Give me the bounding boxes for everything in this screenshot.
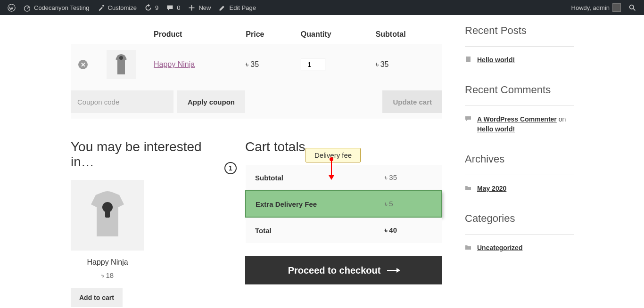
svg-rect-9: [466, 57, 471, 62]
document-icon: [465, 56, 471, 63]
svg-point-1: [25, 6, 30, 11]
archives-widget: Archives May 2020: [465, 153, 574, 194]
comments-link[interactable]: 0: [162, 0, 184, 15]
subtotal-value: ৳ 35: [375, 165, 442, 191]
customize-link[interactable]: Customize: [93, 0, 140, 15]
bottom-row: You may be interested in… Happy Ninja ৳ …: [71, 139, 442, 307]
list-item: Uncategorized: [465, 243, 574, 253]
quantity-input[interactable]: [301, 58, 325, 71]
new-link[interactable]: New: [184, 0, 215, 15]
update-icon: [144, 4, 152, 12]
edit-page-label: Edit Page: [229, 4, 256, 11]
cross-sells: You may be interested in… Happy Ninja ৳ …: [71, 139, 217, 307]
main-column: Product Price Quantity Subtotal ✕ Happy …: [71, 24, 442, 307]
my-account[interactable]: Howdy, admin: [568, 0, 625, 15]
categories-widget: Categories Uncategorized: [465, 212, 574, 253]
search-toggle[interactable]: [625, 0, 640, 15]
svg-rect-8: [105, 211, 110, 218]
svg-point-6: [119, 56, 123, 60]
cart-actions: Apply coupon Update cart: [71, 85, 442, 119]
cross-sell-title[interactable]: Happy Ninja: [71, 258, 144, 267]
cross-sell-price: ৳ 18: [71, 271, 144, 280]
subtotal-label: Subtotal: [246, 165, 375, 191]
cart-totals: 1 Cart totals Delivery fee Subtotal ৳ 35…: [245, 139, 442, 307]
pencil-icon: [218, 4, 226, 12]
cart-table: Product Price Quantity Subtotal ✕ Happy …: [71, 24, 442, 85]
cart-row: ✕ Happy Ninja ৳ 35 ৳ 35: [71, 44, 442, 85]
annotation-tooltip: Delivery fee: [305, 148, 361, 162]
comment-icon: [166, 4, 174, 12]
site-name-label: Codecanyon Testing: [34, 4, 90, 11]
post-link[interactable]: Hello world!: [477, 55, 515, 65]
plus-icon: [188, 4, 196, 12]
total-row: Total ৳ 40: [246, 217, 442, 243]
new-label: New: [198, 4, 211, 11]
cross-sell-image[interactable]: [71, 180, 144, 251]
recent-comments-widget: Recent Comments A WordPress Commenter on…: [465, 84, 574, 134]
svg-point-7: [102, 202, 113, 212]
add-to-cart-button[interactable]: Add to cart: [71, 288, 123, 307]
delivery-fee-row: Extra Delivery Fee ৳ 5: [246, 191, 442, 217]
remove-item-button[interactable]: ✕: [78, 60, 88, 69]
page-content: Product Price Quantity Subtotal ✕ Happy …: [0, 15, 644, 307]
wp-admin-bar: Codecanyon Testing Customize 9 0 New Edi…: [0, 0, 644, 15]
product-name-link[interactable]: Happy Ninja: [154, 60, 195, 68]
category-link[interactable]: Uncategorized: [477, 243, 522, 253]
comments-count: 0: [177, 4, 180, 11]
dashboard-icon: [23, 4, 31, 12]
avatar: [612, 3, 621, 12]
admin-bar-right: Howdy, admin: [568, 0, 640, 15]
list-item: A WordPress Commenter on Hello world!: [465, 114, 574, 134]
proceed-to-checkout-button[interactable]: Proceed to checkout: [245, 256, 442, 284]
cross-sells-heading: You may be interested in…: [71, 139, 217, 170]
annotation-arrow-icon: [331, 159, 332, 177]
svg-point-3: [102, 5, 104, 6]
svg-line-5: [633, 8, 635, 10]
list-item: May 2020: [465, 184, 574, 194]
col-subtotal: Subtotal: [368, 24, 442, 44]
col-price: Price: [238, 24, 293, 44]
widget-title: Categories: [465, 212, 574, 225]
item-price: ৳ 35: [238, 44, 293, 85]
updates-count: 9: [155, 4, 158, 11]
folder-icon: [465, 185, 471, 191]
fee-label: Extra Delivery Fee: [246, 191, 375, 217]
edit-page-link[interactable]: Edit Page: [215, 0, 259, 15]
brush-icon: [97, 4, 105, 12]
howdy-label: Howdy, admin: [571, 4, 610, 11]
cross-sell-item: Happy Ninja ৳ 18 Add to cart: [71, 180, 144, 307]
widget-title: Archives: [465, 153, 574, 165]
comment-post-link[interactable]: Hello world!: [477, 125, 515, 133]
fee-value: ৳ 5: [375, 191, 442, 217]
search-icon: [628, 4, 636, 12]
total-label: Total: [246, 217, 375, 243]
product-thumbnail[interactable]: [107, 50, 136, 79]
widget-title: Recent Comments: [465, 84, 574, 96]
folder-icon: [465, 244, 471, 251]
comment-bubble-icon: [465, 115, 471, 122]
col-product: Product: [146, 24, 238, 44]
totals-table: Subtotal ৳ 35 Extra Delivery Fee ৳ 5 Tot…: [245, 165, 442, 243]
customize-label: Customize: [108, 4, 137, 11]
site-name-link[interactable]: Codecanyon Testing: [19, 0, 93, 15]
update-cart-button[interactable]: Update cart: [382, 90, 442, 113]
svg-point-4: [630, 5, 634, 8]
total-value: ৳ 40: [375, 217, 442, 243]
updates-link[interactable]: 9: [140, 0, 162, 15]
subtotal-row: Subtotal ৳ 35: [246, 165, 442, 191]
archive-link[interactable]: May 2020: [477, 184, 506, 194]
admin-bar-left: Codecanyon Testing Customize 9 0 New Edi…: [4, 0, 260, 15]
svg-line-2: [27, 7, 29, 8]
apply-coupon-button[interactable]: Apply coupon: [177, 90, 245, 113]
commenter-link[interactable]: A WordPress Commenter: [477, 115, 557, 123]
list-item: Hello world!: [465, 55, 574, 65]
arrow-right-icon: [387, 270, 399, 271]
coupon-code-input[interactable]: [71, 90, 173, 113]
wp-logo[interactable]: [4, 0, 19, 15]
recent-posts-widget: Recent Posts Hello world!: [465, 24, 574, 65]
item-subtotal: ৳ 35: [368, 44, 442, 85]
checkout-label: Proceed to checkout: [288, 265, 381, 276]
sidebar: Recent Posts Hello world! Recent Comment…: [465, 24, 574, 307]
annotation-marker: 1: [224, 162, 237, 174]
wordpress-icon: [8, 4, 16, 12]
